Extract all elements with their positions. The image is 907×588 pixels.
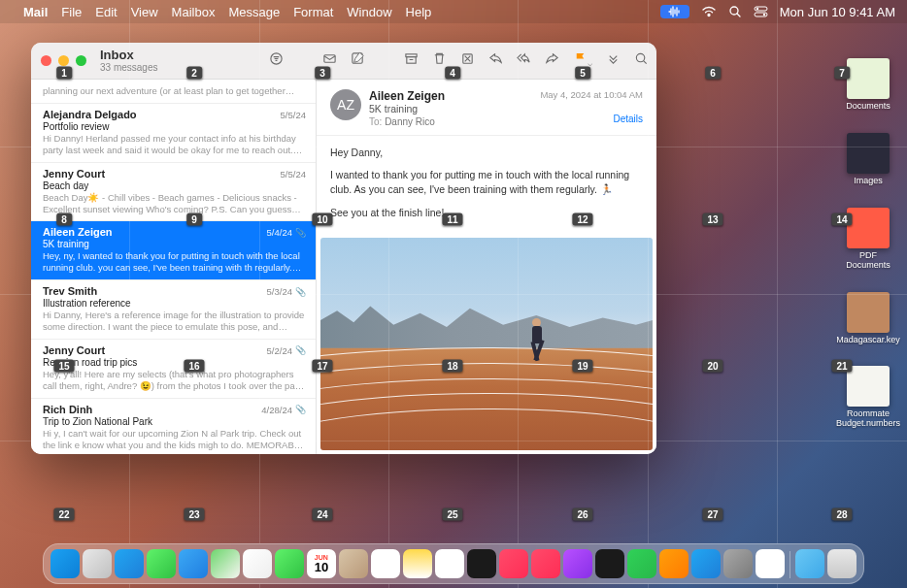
envelope-icon[interactable] — [322, 51, 337, 70]
dock-freeform[interactable] — [435, 549, 464, 578]
dock-calendar[interactable]: JUN10 — [307, 549, 336, 578]
svg-point-4 — [763, 14, 765, 16]
dock-launchpad[interactable] — [83, 549, 112, 578]
file-thumb — [847, 208, 890, 248]
desktop-item-madagascar-key[interactable]: Madagascar.key — [837, 292, 899, 345]
message-row[interactable]: Trev Smith5/3/24 📎Illustration reference… — [31, 280, 316, 340]
desktop-item-roommate-budget-numbers[interactable]: Roommate Budget.numbers — [837, 366, 899, 429]
from-name: Aileen Zeigen — [369, 89, 540, 103]
reply-icon[interactable] — [488, 51, 503, 70]
dock-pages[interactable] — [659, 549, 689, 578]
grid-badge: 22 — [53, 508, 74, 521]
app-menu[interactable]: Mail — [23, 5, 48, 19]
zoom-button[interactable] — [76, 55, 86, 66]
menu-format[interactable]: Format — [293, 5, 333, 19]
dock-settings[interactable] — [723, 549, 753, 578]
sender-name: Jenny Court — [43, 344, 105, 356]
close-button[interactable] — [41, 55, 51, 66]
file-thumb — [847, 58, 890, 99]
menu-window[interactable]: Window — [347, 5, 391, 19]
dock-trash[interactable] — [827, 549, 857, 578]
more-icon[interactable] — [606, 51, 621, 70]
message-row[interactable]: Jenny Court5/2/24 📎Reunion road trip pic… — [31, 340, 316, 399]
menubar-clock[interactable]: Mon Jun 10 9:41 AM — [780, 5, 895, 19]
desktop-item-documents[interactable]: Documents — [837, 58, 899, 112]
wifi-icon[interactable] — [701, 6, 717, 17]
filter-icon[interactable] — [269, 51, 284, 70]
dock-stocks[interactable] — [595, 549, 624, 578]
preview-text: planning our next adventure (or at least… — [43, 85, 306, 97]
message-attachment-image[interactable] — [320, 238, 653, 450]
subject: Illustration reference — [43, 298, 306, 309]
menu-help[interactable]: Help — [406, 5, 432, 19]
message-viewer: AZ Aileen Zeigen 5K training To: Danny R… — [317, 80, 656, 454]
spotlight-icon[interactable] — [728, 5, 742, 18]
desktop-item-images[interactable]: Images — [837, 133, 899, 186]
body-paragraph: See you at the finish line! — [330, 206, 643, 220]
menu-view[interactable]: View — [131, 5, 158, 19]
dock-tv[interactable] — [467, 549, 496, 578]
preview-text: Hey, ny, I wanted to thank you for putti… — [43, 250, 306, 274]
menu-message[interactable]: Message — [228, 5, 280, 19]
preview-text: Beach Day☀️ - Chill vibes - Beach games … — [43, 192, 306, 215]
menu-file[interactable]: File — [61, 5, 82, 19]
trash-icon[interactable] — [432, 51, 447, 70]
dock-downloads[interactable] — [795, 549, 824, 578]
message-row[interactable]: Aileen Zeigen5/4/24 📎5K trainingHey, ny,… — [31, 221, 316, 280]
dock-reminders[interactable] — [371, 549, 400, 578]
titlebar[interactable]: Inbox 33 messages ⌵ — [31, 43, 656, 80]
grid-badge: 26 — [572, 508, 592, 521]
file-label: Madagascar.key — [836, 336, 900, 345]
attachment-icon: 📎 — [295, 287, 306, 297]
message-row[interactable]: Rich Dinh4/28/24 📎Trip to Zion National … — [31, 399, 316, 454]
dock-photos[interactable] — [243, 549, 272, 578]
dock-music[interactable] — [499, 549, 528, 578]
dock-mail[interactable] — [179, 549, 208, 578]
voice-control-icon[interactable] — [660, 5, 689, 18]
reply-all-icon[interactable] — [517, 51, 531, 70]
preview-text: Hi y, I can't wait for our upcoming Zion… — [43, 428, 306, 451]
control-center-icon[interactable] — [754, 6, 768, 17]
dock-podcasts[interactable] — [563, 549, 592, 578]
dock-messages[interactable] — [147, 549, 176, 578]
svg-point-3 — [756, 8, 758, 10]
dock-news[interactable] — [531, 549, 560, 578]
message-date: 5/5/24 — [281, 169, 306, 180]
compose-icon[interactable] — [351, 51, 365, 70]
dock-facetime[interactable] — [275, 549, 304, 578]
message-row[interactable]: Jenny Court5/5/24Beach dayBeach Day☀️ - … — [31, 163, 316, 222]
minimize-button[interactable] — [58, 55, 69, 66]
dock-contacts[interactable] — [339, 549, 368, 578]
dock-numbers[interactable] — [627, 549, 656, 578]
menu-mailbox[interactable]: Mailbox — [172, 5, 216, 19]
file-thumb — [847, 366, 890, 407]
body-paragraph: I wanted to thank you for putting me in … — [330, 168, 643, 197]
file-thumb — [847, 133, 890, 174]
menubar: Mail File Edit View Mailbox Message Form… — [0, 0, 907, 23]
junk-icon[interactable] — [460, 51, 475, 70]
dock-notes[interactable] — [403, 549, 432, 578]
body-paragraph: Hey Danny, — [330, 146, 643, 160]
message-row[interactable]: Alejandra Delgado5/5/24Portfolio reviewH… — [31, 104, 316, 163]
dock-maps[interactable] — [211, 549, 240, 578]
menu-edit[interactable]: Edit — [95, 5, 117, 19]
dock-finder[interactable] — [50, 549, 80, 578]
flag-icon[interactable]: ⌵ — [573, 51, 592, 70]
dock-safari[interactable] — [115, 549, 144, 578]
sender-name: Trev Smith — [43, 285, 97, 297]
preview-text: Hey, y'all! Here are my selects (that's … — [43, 369, 306, 392]
search-icon[interactable] — [634, 51, 649, 70]
desktop-item-pdf-documents[interactable]: PDF Documents — [837, 208, 899, 271]
message-date: May 4, 2024 at 10:04 AM — [540, 89, 643, 100]
archive-icon[interactable] — [404, 51, 419, 70]
forward-icon[interactable] — [545, 51, 559, 70]
grid-badge: 28 — [831, 508, 852, 521]
dock-screentime[interactable] — [756, 549, 785, 578]
file-label: Documents — [846, 102, 890, 112]
attachment-icon: 📎 — [295, 405, 306, 414]
message-list[interactable]: planning our next adventure (or at least… — [31, 80, 317, 454]
message-row[interactable]: planning our next adventure (or at least… — [31, 80, 316, 104]
details-link[interactable]: Details — [540, 114, 643, 124]
dock-appstore[interactable] — [691, 549, 721, 578]
to-line: To: Danny Rico — [369, 116, 540, 127]
